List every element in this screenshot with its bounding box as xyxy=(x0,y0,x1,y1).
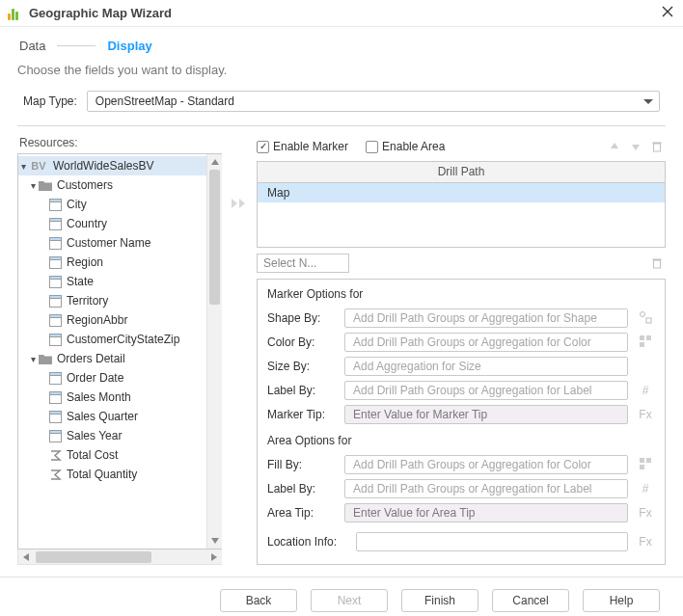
close-icon[interactable] xyxy=(662,6,673,20)
svg-rect-26 xyxy=(654,260,661,268)
move-up-button[interactable] xyxy=(606,138,623,155)
svg-rect-17 xyxy=(49,372,61,375)
tree-label: Sales Year xyxy=(67,429,122,442)
step-data[interactable]: Data xyxy=(17,39,47,53)
tree-label: Sales Month xyxy=(67,390,131,404)
option-side-button[interactable]: # xyxy=(636,482,655,495)
location-info-label: Location Info: xyxy=(267,535,348,549)
option-side-button[interactable] xyxy=(636,457,655,473)
finish-button[interactable]: Finish xyxy=(401,589,478,612)
option-input[interactable]: Add Aggregation for Size xyxy=(344,357,628,376)
scroll-down-icon[interactable] xyxy=(207,533,222,549)
field-icon xyxy=(47,333,63,346)
location-info-input[interactable] xyxy=(356,532,628,551)
expand-toggle[interactable]: ▾ xyxy=(28,180,38,191)
option-side-button[interactable] xyxy=(636,310,655,327)
svg-rect-5 xyxy=(49,237,61,240)
option-input[interactable]: Enter Value for Marker Tip xyxy=(344,405,628,424)
svg-rect-23 xyxy=(49,430,61,433)
option-row: Label By:Add Drill Path Groups or Aggreg… xyxy=(267,477,655,500)
svg-rect-29 xyxy=(646,318,651,323)
chevron-down-icon xyxy=(643,94,653,108)
horizontal-scrollbar[interactable] xyxy=(17,549,222,565)
step-display[interactable]: Display xyxy=(105,39,153,53)
checkbox-icon xyxy=(257,141,269,153)
options-panel: Enable Marker Enable Area Drill Path Map… xyxy=(257,136,666,565)
back-button[interactable]: Back xyxy=(220,589,297,612)
scroll-thumb[interactable] xyxy=(209,170,220,305)
scroll-thumb[interactable] xyxy=(36,551,151,563)
option-input[interactable]: Add Drill Path Groups or Aggregation for… xyxy=(344,479,628,498)
drill-path-item[interactable]: Map xyxy=(258,183,665,202)
select-n-input[interactable]: Select N... xyxy=(257,254,349,273)
folder-icon xyxy=(38,352,53,365)
tree-item[interactable]: Territory xyxy=(18,291,206,310)
option-side-button[interactable]: # xyxy=(636,384,655,397)
tree-label: Sales Quarter xyxy=(67,410,138,423)
select-n-placeholder: Select N... xyxy=(263,256,316,270)
expand-toggle[interactable]: ▾ xyxy=(28,354,38,364)
tree-root[interactable]: ▾BVWorldWideSalesBV xyxy=(18,156,206,175)
next-button[interactable]: Next xyxy=(311,589,388,612)
page-subtitle: Choose the fields you want to display. xyxy=(0,53,683,91)
expand-toggle[interactable]: ▾ xyxy=(18,161,28,172)
option-side-button[interactable]: Fx xyxy=(636,408,655,421)
tree-item[interactable]: State xyxy=(18,272,206,291)
tree-item[interactable]: City xyxy=(18,195,206,214)
svg-rect-7 xyxy=(49,256,61,259)
help-button[interactable]: Help xyxy=(583,589,660,612)
vertical-scrollbar[interactable] xyxy=(206,154,222,549)
map-type-select[interactable]: OpenStreetMap - Standard xyxy=(87,91,660,112)
tree-label: WorldWideSalesBV xyxy=(53,159,153,173)
tree-item[interactable]: Total Cost xyxy=(18,445,206,465)
tree-item[interactable]: Total Quantity xyxy=(18,465,206,484)
tree-group[interactable]: ▾Orders Detail xyxy=(18,349,206,368)
tree-item[interactable]: Region xyxy=(18,253,206,272)
tree-label: Customer Name xyxy=(67,236,150,250)
drill-path-list[interactable]: Map xyxy=(257,182,666,248)
tree-item[interactable]: Sales Month xyxy=(18,388,206,407)
tree-item[interactable]: CustomerCityStateZip xyxy=(18,330,206,349)
tree-item[interactable]: Customer Name xyxy=(18,233,206,253)
option-row: Area Tip:Enter Value for Area TipFx xyxy=(267,501,655,524)
svg-rect-11 xyxy=(49,295,61,298)
scroll-right-icon[interactable] xyxy=(206,550,222,564)
scroll-left-icon[interactable] xyxy=(18,550,34,564)
resources-panel: Resources: ▾BVWorldWideSalesBV▾Customers… xyxy=(17,136,222,565)
trash-button[interactable] xyxy=(648,254,666,272)
option-input[interactable]: Add Drill Path Groups or Aggregation for… xyxy=(344,308,628,328)
svg-rect-15 xyxy=(49,334,61,336)
option-input[interactable]: Enter Value for Area Tip xyxy=(344,503,628,522)
svg-rect-32 xyxy=(640,342,644,347)
options-form: Marker Options for Shape By:Add Drill Pa… xyxy=(257,279,666,565)
move-down-button[interactable] xyxy=(627,138,644,155)
fx-button[interactable]: Fx xyxy=(636,535,655,549)
select-n-row: Select N... xyxy=(257,254,666,273)
enable-row: Enable Marker Enable Area xyxy=(257,136,666,157)
option-side-button[interactable]: Fx xyxy=(636,506,655,520)
enable-area-checkbox[interactable]: Enable Area xyxy=(366,140,445,153)
tree-item[interactable]: Sales Quarter xyxy=(18,407,206,426)
option-side-button[interactable] xyxy=(636,335,655,351)
scroll-up-icon[interactable] xyxy=(207,154,222,170)
option-label: Shape By: xyxy=(267,311,337,325)
wizard-steps: Data Display xyxy=(0,27,683,53)
tree-item[interactable]: RegionAbbr xyxy=(18,310,206,330)
trash-button[interactable] xyxy=(648,138,666,155)
tree-item[interactable]: Country xyxy=(18,214,206,233)
tree-item[interactable]: Sales Year xyxy=(18,426,206,445)
option-input[interactable]: Add Drill Path Groups or Aggregation for… xyxy=(344,381,628,400)
field-icon xyxy=(47,410,63,423)
map-type-value: OpenStreetMap - Standard xyxy=(96,94,234,108)
tree-group[interactable]: ▾Customers xyxy=(18,175,206,195)
cancel-button[interactable]: Cancel xyxy=(492,589,569,612)
option-row: Color By:Add Drill Path Groups or Aggreg… xyxy=(267,331,655,354)
enable-marker-checkbox[interactable]: Enable Marker xyxy=(257,140,348,153)
svg-rect-13 xyxy=(49,314,61,317)
field-icon xyxy=(47,390,63,404)
option-input[interactable]: Add Drill Path Groups or Aggregation for… xyxy=(344,455,628,474)
move-right-button[interactable] xyxy=(230,136,249,565)
tree-item[interactable]: Order Date xyxy=(18,368,206,388)
option-input[interactable]: Add Drill Path Groups or Aggregation for… xyxy=(344,333,628,352)
resources-tree[interactable]: ▾BVWorldWideSalesBV▾CustomersCityCountry… xyxy=(17,153,222,549)
